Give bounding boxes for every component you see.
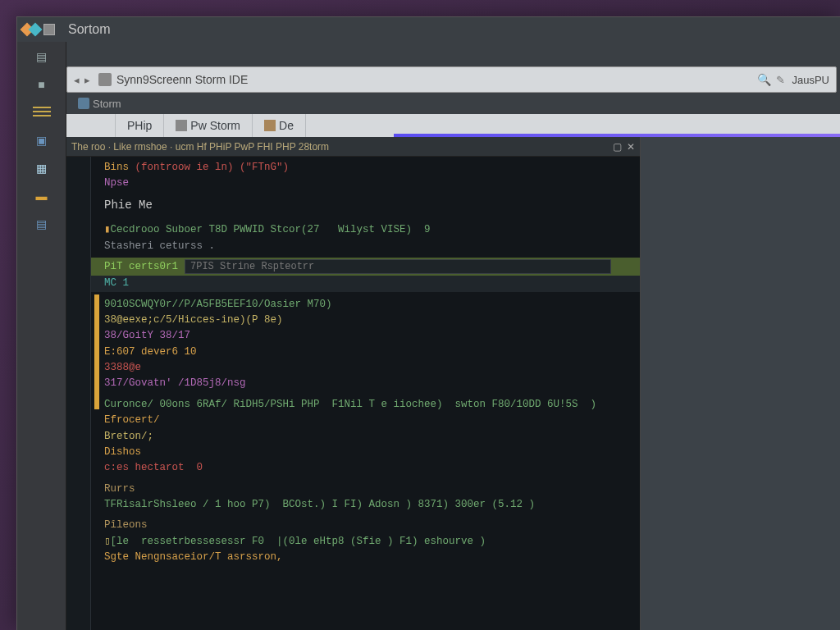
tool-icon-5[interactable]: ▬ [30, 186, 53, 206]
accent-bar [394, 134, 840, 137]
editor-tab-bar: The roo · Like rmshoe · ucm Hf PHiP PwP … [66, 137, 640, 157]
code-line: 38@eexe;c/5/Hicces-ine)(P 8e) [104, 314, 283, 326]
tool-icon-3[interactable]: ▣ [30, 130, 53, 150]
code-line: Breton/; [104, 431, 153, 442]
section-heading: Rurrs [104, 482, 640, 497]
code-line: Cecdrooo Suboer T8D PWWID Stcor(27 Wilys… [111, 224, 431, 235]
code-token: Npse [104, 177, 129, 189]
nav-fwd-icon[interactable]: ▸ [84, 74, 90, 86]
code-line: Sgte Nengnsaceior/T asrssron, [104, 551, 283, 563]
search-icon[interactable]: 🔍 [757, 73, 771, 86]
completion-left: PiT certs0r1 [104, 259, 178, 275]
tool-icon-2[interactable]: ■ [30, 75, 53, 94]
min-icon[interactable]: ▢ [613, 141, 622, 153]
code-line: Efrocert/ [104, 414, 160, 426]
app-window: Sortom ▤ ■ ▣ ▦ ▬ ▤ ◂ ▸ Synn9Screenn Stor… [16, 16, 840, 630]
section-heading: Pîleons [104, 518, 640, 533]
code-editor[interactable]: Bins (fontroow ie ln) ("FTnG") Npse Phie… [66, 157, 640, 630]
right-pane [641, 137, 840, 630]
code-line: Dishos [104, 446, 141, 458]
code-heading: Phie Me [104, 199, 153, 212]
completion-input[interactable] [185, 259, 611, 274]
tool-icon-6[interactable]: ▤ [30, 214, 53, 234]
code-token: Bins [104, 162, 129, 173]
code-line: Curonce/ 00ons 6RAf/ RiDH5/PSHi PHP F1Ni… [104, 399, 596, 410]
address-bar[interactable]: ◂ ▸ Synn9Screenn Storm IDE 🔍 ✎ JausPU [66, 66, 837, 93]
menu-php[interactable]: PHip [116, 114, 164, 137]
file-tab-icon [78, 98, 89, 109]
code-line: 3388@e [104, 362, 141, 373]
code-token: (fontroow ie ln) ("FTnG") [135, 162, 290, 173]
tool-lines-icon[interactable] [30, 103, 53, 122]
menu-de-label: De [279, 119, 294, 132]
toolbar [17, 42, 840, 66]
code-line: 9010SCWQY0r//P/A5FB5EEF10/Oasier M70) [104, 299, 332, 310]
editor-panel: The roo · Like rmshoe · ucm Hf PHiP PwP … [66, 137, 641, 630]
code-line: TFRisalrShsleeo / 1 hoo P7) BCOst.) I FI… [104, 499, 535, 510]
title-bar[interactable]: Sortom [17, 17, 840, 42]
code-line: c:es hectarot 0 [104, 462, 203, 473]
code-line: Stasheri ceturss . [104, 240, 215, 252]
file-tab-strip: Storm [66, 93, 840, 114]
menu-phpstorm[interactable]: Pw Storm [164, 114, 253, 137]
menu-blank[interactable] [66, 114, 116, 137]
menu-de[interactable]: De [253, 114, 306, 137]
menu-phpstorm-label: Pw Storm [190, 119, 240, 132]
code-line: 317/Govatn' /1D85j8/nsg [104, 377, 246, 389]
gutter [66, 157, 91, 630]
address-right-label: JausPU [792, 74, 829, 86]
tool-icon-4[interactable]: ▦ [30, 158, 53, 178]
editor-tab-text[interactable]: The roo · Like rmshoe · ucm Hf PHiP PwP … [71, 141, 329, 153]
window-title: Sortom [68, 22, 111, 37]
nav-back-icon[interactable]: ◂ [74, 74, 80, 86]
code-line: [le ressetrbessesessr F0 |(0le eHtp8 (Sf… [111, 536, 486, 547]
content-area: The roo · Like rmshoe · ucm Hf PHiP PwP … [66, 137, 840, 630]
de-icon [264, 120, 276, 131]
tool-icon-1[interactable]: ▤ [30, 47, 53, 66]
window-icon [43, 24, 55, 35]
close-tab-icon[interactable]: ✕ [627, 141, 635, 153]
code-token: ▯ [104, 536, 111, 547]
completion-row: PiT certs0r1 [66, 258, 640, 276]
phpstorm-icon [176, 120, 187, 131]
address-text: Synn9Screenn Storm IDE [116, 73, 752, 86]
menu-php-label: PHip [127, 119, 152, 132]
app-logo-icon [22, 25, 39, 34]
file-tab-label: Storm [93, 98, 121, 110]
code-line: 38/GoitY 38/17 [104, 330, 190, 341]
edit-icon[interactable]: ✎ [776, 74, 785, 86]
completion-sub: MC 1 [104, 277, 129, 289]
left-toolbar: ▤ ■ ▣ ▦ ▬ ▤ [17, 42, 66, 630]
code-line: E:607 dever6 10 [104, 346, 197, 358]
code-token: ▮ [104, 224, 111, 235]
file-tab[interactable]: Storm [71, 96, 128, 112]
favicon-icon [98, 73, 112, 86]
change-marker [94, 294, 99, 409]
